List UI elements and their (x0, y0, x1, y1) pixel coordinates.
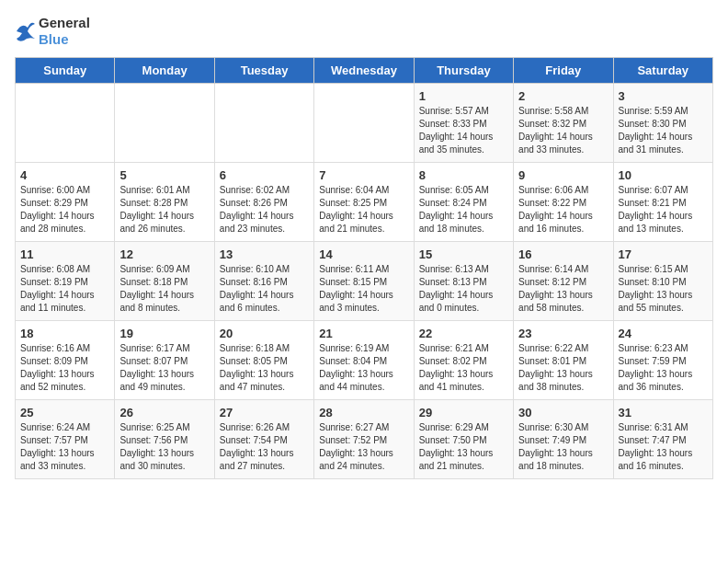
calendar-header-row: SundayMondayTuesdayWednesdayThursdayFrid… (16, 58, 713, 84)
calendar-cell: 18Sunrise: 6:16 AM Sunset: 8:09 PM Dayli… (16, 321, 115, 400)
calendar-cell: 14Sunrise: 6:11 AM Sunset: 8:15 PM Dayli… (314, 242, 414, 321)
calendar-cell: 27Sunrise: 6:26 AM Sunset: 7:54 PM Dayli… (214, 400, 313, 479)
calendar-cell: 26Sunrise: 6:25 AM Sunset: 7:56 PM Dayli… (115, 400, 214, 479)
day-info: Sunrise: 5:59 AM Sunset: 8:30 PM Dayligh… (619, 105, 708, 156)
day-info: Sunrise: 6:25 AM Sunset: 7:56 PM Dayligh… (119, 421, 209, 473)
logo-general: General (39, 15, 90, 31)
day-info: Sunrise: 6:18 AM Sunset: 8:05 PM Dayligh… (220, 342, 309, 394)
day-number: 27 (220, 406, 309, 419)
day-number: 31 (619, 406, 708, 419)
day-info: Sunrise: 6:19 AM Sunset: 8:04 PM Dayligh… (319, 342, 408, 394)
header: GeneralBlue (15, 15, 713, 48)
calendar-week-row: 1Sunrise: 5:57 AM Sunset: 8:33 PM Daylig… (16, 84, 713, 163)
column-header-monday: Monday (115, 58, 214, 84)
day-info: Sunrise: 6:04 AM Sunset: 8:25 PM Dayligh… (319, 184, 408, 236)
calendar-cell: 31Sunrise: 6:31 AM Sunset: 7:47 PM Dayli… (613, 400, 712, 479)
day-number: 1 (419, 89, 508, 103)
day-info: Sunrise: 6:10 AM Sunset: 8:16 PM Dayligh… (220, 263, 309, 315)
day-number: 20 (220, 327, 309, 340)
logo: GeneralBlue (15, 15, 90, 48)
day-info: Sunrise: 6:05 AM Sunset: 8:24 PM Dayligh… (419, 184, 508, 236)
day-info: Sunrise: 6:21 AM Sunset: 8:02 PM Dayligh… (419, 342, 508, 394)
day-info: Sunrise: 6:27 AM Sunset: 7:52 PM Dayligh… (319, 421, 408, 473)
day-number: 22 (419, 327, 508, 340)
day-info: Sunrise: 6:29 AM Sunset: 7:50 PM Dayligh… (419, 421, 508, 473)
day-number: 7 (319, 168, 408, 182)
calendar-cell: 23Sunrise: 6:22 AM Sunset: 8:01 PM Dayli… (514, 321, 613, 400)
day-number: 21 (319, 327, 408, 340)
calendar-cell: 30Sunrise: 6:30 AM Sunset: 7:49 PM Dayli… (514, 400, 613, 479)
day-info: Sunrise: 6:06 AM Sunset: 8:22 PM Dayligh… (518, 184, 608, 236)
day-number: 28 (319, 406, 408, 419)
calendar-cell: 17Sunrise: 6:15 AM Sunset: 8:10 PM Dayli… (613, 242, 712, 321)
day-number: 29 (419, 406, 508, 419)
calendar-table: SundayMondayTuesdayWednesdayThursdayFrid… (15, 57, 713, 479)
calendar-cell: 13Sunrise: 6:10 AM Sunset: 8:16 PM Dayli… (214, 242, 313, 321)
calendar-cell: 24Sunrise: 6:23 AM Sunset: 7:59 PM Dayli… (613, 321, 712, 400)
calendar-cell: 8Sunrise: 6:05 AM Sunset: 8:24 PM Daylig… (414, 163, 513, 242)
day-number: 17 (619, 247, 708, 261)
calendar-cell (16, 84, 115, 163)
calendar-week-row: 18Sunrise: 6:16 AM Sunset: 8:09 PM Dayli… (16, 321, 713, 400)
day-number: 14 (319, 247, 408, 261)
calendar-cell: 29Sunrise: 6:29 AM Sunset: 7:50 PM Dayli… (414, 400, 513, 479)
calendar-cell: 22Sunrise: 6:21 AM Sunset: 8:02 PM Dayli… (414, 321, 513, 400)
day-info: Sunrise: 6:24 AM Sunset: 7:57 PM Dayligh… (20, 421, 109, 473)
logo-bird-icon (15, 18, 35, 44)
calendar-cell: 25Sunrise: 6:24 AM Sunset: 7:57 PM Dayli… (16, 400, 115, 479)
day-number: 11 (20, 247, 109, 261)
calendar-cell: 12Sunrise: 6:09 AM Sunset: 8:18 PM Dayli… (115, 242, 214, 321)
day-info: Sunrise: 6:01 AM Sunset: 8:28 PM Dayligh… (119, 184, 209, 236)
day-info: Sunrise: 6:08 AM Sunset: 8:19 PM Dayligh… (20, 263, 109, 315)
day-info: Sunrise: 6:11 AM Sunset: 8:15 PM Dayligh… (319, 263, 408, 315)
calendar-cell: 4Sunrise: 6:00 AM Sunset: 8:29 PM Daylig… (16, 163, 115, 242)
calendar-cell: 19Sunrise: 6:17 AM Sunset: 8:07 PM Dayli… (115, 321, 214, 400)
day-number: 15 (419, 247, 508, 261)
column-header-thursday: Thursday (414, 58, 513, 84)
day-info: Sunrise: 6:16 AM Sunset: 8:09 PM Dayligh… (20, 342, 109, 394)
day-info: Sunrise: 5:58 AM Sunset: 8:32 PM Dayligh… (518, 105, 608, 156)
calendar-week-row: 25Sunrise: 6:24 AM Sunset: 7:57 PM Dayli… (16, 400, 713, 479)
column-header-saturday: Saturday (613, 58, 712, 84)
calendar-cell: 10Sunrise: 6:07 AM Sunset: 8:21 PM Dayli… (613, 163, 712, 242)
calendar-cell: 9Sunrise: 6:06 AM Sunset: 8:22 PM Daylig… (514, 163, 613, 242)
day-number: 9 (518, 168, 608, 182)
column-header-sunday: Sunday (16, 58, 115, 84)
day-number: 19 (119, 327, 209, 340)
day-number: 25 (20, 406, 109, 419)
day-info: Sunrise: 6:17 AM Sunset: 8:07 PM Dayligh… (119, 342, 209, 394)
day-info: Sunrise: 5:57 AM Sunset: 8:33 PM Dayligh… (419, 105, 508, 156)
day-number: 13 (220, 247, 309, 261)
day-number: 3 (619, 89, 708, 103)
day-info: Sunrise: 6:14 AM Sunset: 8:12 PM Dayligh… (518, 263, 608, 315)
day-info: Sunrise: 6:23 AM Sunset: 7:59 PM Dayligh… (619, 342, 708, 394)
day-info: Sunrise: 6:31 AM Sunset: 7:47 PM Dayligh… (619, 421, 708, 473)
day-info: Sunrise: 6:00 AM Sunset: 8:29 PM Dayligh… (20, 184, 109, 236)
day-number: 30 (518, 406, 608, 419)
calendar-cell: 16Sunrise: 6:14 AM Sunset: 8:12 PM Dayli… (514, 242, 613, 321)
calendar-week-row: 11Sunrise: 6:08 AM Sunset: 8:19 PM Dayli… (16, 242, 713, 321)
day-number: 26 (119, 406, 209, 419)
day-number: 18 (20, 327, 109, 340)
day-number: 4 (20, 168, 109, 182)
day-number: 2 (518, 89, 608, 103)
day-number: 8 (419, 168, 508, 182)
column-header-friday: Friday (514, 58, 613, 84)
day-info: Sunrise: 6:09 AM Sunset: 8:18 PM Dayligh… (119, 263, 209, 315)
calendar-cell: 21Sunrise: 6:19 AM Sunset: 8:04 PM Dayli… (314, 321, 414, 400)
calendar-cell: 7Sunrise: 6:04 AM Sunset: 8:25 PM Daylig… (314, 163, 414, 242)
day-info: Sunrise: 6:13 AM Sunset: 8:13 PM Dayligh… (419, 263, 508, 315)
column-header-wednesday: Wednesday (314, 58, 414, 84)
day-number: 16 (518, 247, 608, 261)
day-number: 6 (220, 168, 309, 182)
calendar-cell (314, 84, 414, 163)
day-number: 12 (119, 247, 209, 261)
day-info: Sunrise: 6:15 AM Sunset: 8:10 PM Dayligh… (619, 263, 708, 315)
day-info: Sunrise: 6:02 AM Sunset: 8:26 PM Dayligh… (220, 184, 309, 236)
calendar-week-row: 4Sunrise: 6:00 AM Sunset: 8:29 PM Daylig… (16, 163, 713, 242)
day-number: 10 (619, 168, 708, 182)
day-number: 5 (119, 168, 209, 182)
day-number: 24 (619, 327, 708, 340)
calendar-cell (214, 84, 313, 163)
calendar-cell: 11Sunrise: 6:08 AM Sunset: 8:19 PM Dayli… (16, 242, 115, 321)
